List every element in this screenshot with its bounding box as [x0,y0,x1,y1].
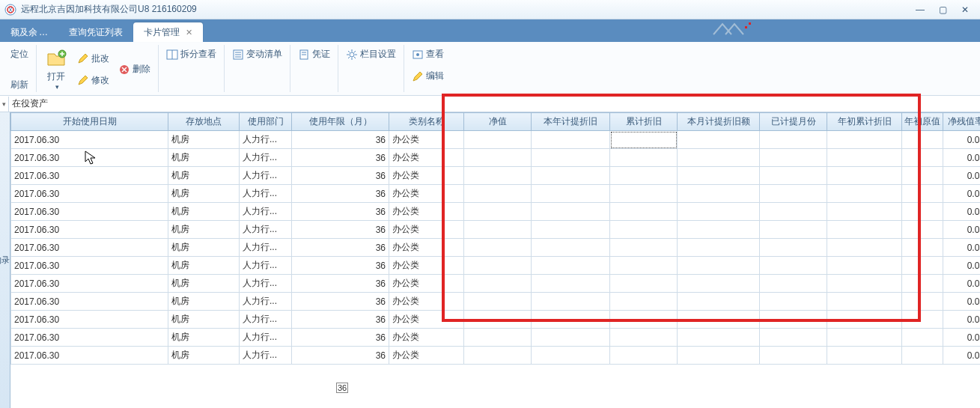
table-cell[interactable]: 0.05 [943,167,981,185]
table-cell[interactable]: 0.05 [943,275,981,293]
table-cell[interactable]: 0.05 [943,131,981,149]
table-row[interactable]: 2017.06.30机房人力行...36办公类0.05 [11,311,981,329]
close-icon[interactable]: ✕ [186,28,192,37]
table-cell[interactable] [464,221,532,239]
table-cell[interactable] [902,149,943,167]
table-cell[interactable] [532,185,610,203]
table-cell[interactable]: 2017.06.30 [11,311,168,329]
table-cell[interactable] [464,293,532,311]
table-cell[interactable]: 办公类 [389,149,464,167]
table-cell[interactable]: 办公类 [389,131,464,149]
table-cell[interactable] [610,311,678,329]
tab-balance[interactable]: 额及余… [0,22,58,42]
table-row[interactable]: 2017.06.30机房人力行...36办公类0.05 [11,221,981,239]
table-cell[interactable]: 人力行... [240,293,292,311]
table-cell[interactable]: 2017.06.30 [11,257,168,275]
table-cell[interactable] [678,347,760,365]
table-cell[interactable]: 36 [292,257,389,275]
table-cell[interactable]: 0.05 [943,293,981,311]
table-cell[interactable]: 0.05 [943,239,981,257]
table-cell[interactable] [610,149,678,167]
table-cell[interactable]: 2017.06.30 [11,329,168,347]
col-month-depr[interactable]: 本月计提折旧额 [678,113,760,131]
table-cell[interactable] [532,347,610,365]
table-cell[interactable]: 2017.06.30 [11,347,168,365]
table-cell[interactable]: 人力行... [240,311,292,329]
table-cell[interactable]: 办公类 [389,185,464,203]
table-cell[interactable]: 0.05 [943,185,981,203]
table-cell[interactable] [827,293,902,311]
table-cell[interactable] [902,311,943,329]
table-cell[interactable]: 2017.06.30 [11,275,168,293]
table-cell[interactable]: 办公类 [389,311,464,329]
col-life[interactable]: 使用年限（月） [292,113,389,131]
data-grid[interactable]: 开始使用日期 存放地点 使用部门 使用年限（月） 类别名称 净值 本年计提折旧 … [10,112,980,408]
table-cell[interactable] [610,275,678,293]
table-cell[interactable] [827,131,902,149]
filter-dropdown-toggle[interactable]: ▾ [0,97,9,112]
table-cell[interactable]: 办公类 [389,293,464,311]
table-cell[interactable]: 36 [292,329,389,347]
table-cell[interactable] [610,257,678,275]
table-cell[interactable]: 人力行... [240,203,292,221]
table-cell[interactable]: 机房 [168,329,240,347]
table-row[interactable]: 2017.06.30机房人力行...36办公类0.05 [11,167,981,185]
voucher-button[interactable]: 凭证 [295,46,333,62]
table-cell[interactable] [464,185,532,203]
col-start-date[interactable]: 开始使用日期 [11,113,168,131]
table-cell[interactable] [532,239,610,257]
table-cell[interactable] [902,257,943,275]
table-cell[interactable] [678,185,760,203]
table-cell[interactable]: 2017.06.30 [11,221,168,239]
table-cell[interactable] [678,239,760,257]
table-cell[interactable]: 机房 [168,239,240,257]
table-cell[interactable]: 36 [292,203,389,221]
table-cell[interactable] [610,347,678,365]
table-cell[interactable] [827,275,902,293]
table-cell[interactable]: 36 [292,131,389,149]
table-cell[interactable] [760,221,827,239]
table-cell[interactable] [464,203,532,221]
table-row[interactable]: 2017.06.30机房人力行...36办公类0.05 [11,203,981,221]
table-cell[interactable] [610,293,678,311]
table-cell[interactable] [760,329,827,347]
col-months[interactable]: 已计提月份 [760,113,827,131]
table-cell[interactable] [827,239,902,257]
table-cell[interactable]: 36 [292,185,389,203]
table-cell[interactable] [532,275,610,293]
table-cell[interactable]: 人力行... [240,131,292,149]
table-cell[interactable]: 36 [292,347,389,365]
table-cell[interactable] [902,203,943,221]
table-cell[interactable]: 2017.06.30 [11,185,168,203]
table-row[interactable]: 2017.06.30机房人力行...36办公类0.05 [11,149,981,167]
tab-card-management[interactable]: 卡片管理✕ [133,22,203,42]
table-cell[interactable]: 0.05 [943,203,981,221]
table-cell[interactable] [678,131,760,149]
table-cell[interactable] [902,239,943,257]
col-category[interactable]: 类别名称 [389,113,464,131]
table-cell[interactable] [464,167,532,185]
table-cell[interactable] [678,257,760,275]
col-year-begin-orig[interactable]: 年初原值 [902,113,943,131]
table-row[interactable]: 2017.06.30机房人力行...36办公类0.05 [11,329,981,347]
table-cell[interactable] [902,347,943,365]
table-cell[interactable]: 人力行... [240,239,292,257]
col-accum-depr[interactable]: 累计折旧 [610,113,678,131]
table-cell[interactable]: 办公类 [389,167,464,185]
table-cell[interactable] [678,311,760,329]
table-cell[interactable] [464,329,532,347]
table-cell[interactable] [760,149,827,167]
open-button[interactable]: 打开▾ [41,46,71,92]
table-cell[interactable]: 36 [292,275,389,293]
table-cell[interactable] [678,203,760,221]
table-cell[interactable]: 人力行... [240,347,292,365]
table-cell[interactable] [532,167,610,185]
table-cell[interactable]: 机房 [168,185,240,203]
refresh-button[interactable]: 刷新 [7,77,31,93]
table-cell[interactable] [610,239,678,257]
close-button[interactable]: ✕ [955,3,976,16]
table-cell[interactable] [760,293,827,311]
table-cell[interactable]: 机房 [168,347,240,365]
table-cell[interactable] [678,149,760,167]
table-row[interactable]: 2017.06.30机房人力行...36办公类0.05 [11,239,981,257]
